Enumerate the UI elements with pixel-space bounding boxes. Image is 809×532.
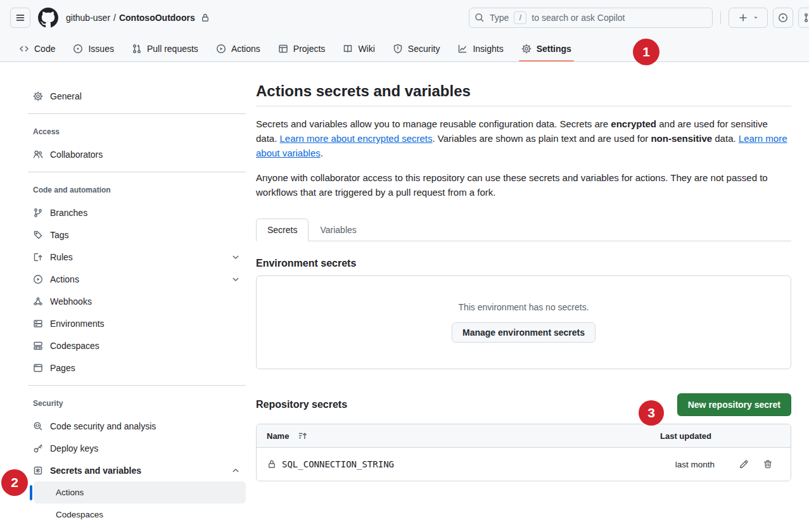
asterisk-box-icon [33,466,43,476]
repo-nav: Code Issues Pull requests Actions Projec… [0,35,809,62]
header-divider [720,11,721,24]
sidebar-item-deploy-keys[interactable]: Deploy keys [28,437,246,459]
page-title: Actions secrets and variables [256,82,791,106]
search-input[interactable]: Type / to search or ask Copilot [469,8,713,28]
tab-code[interactable]: Code [10,35,64,61]
chevron-down-icon [231,274,241,284]
github-repo-settings-page: github-user / ContosoOutdoors Type / to … [0,0,809,532]
pull-requests-dashboard-button[interactable] [798,8,809,28]
sidebar-item-rules[interactable]: Rules [28,246,246,268]
gear-icon [33,91,43,101]
git-pull-request-icon [803,13,809,23]
last-updated-column-header: Last updated [660,431,715,441]
chevron-up-icon [231,466,241,476]
breadcrumb-repo-link[interactable]: ContosoOutdoors [119,13,195,23]
issues-dashboard-button[interactable] [773,8,793,28]
sidebar-item-label: Secrets and variables [50,466,141,476]
table-icon [278,44,288,54]
tab-projects[interactable]: Projects [269,35,334,61]
create-new-button[interactable] [729,8,768,28]
breadcrumb: github-user / ContosoOutdoors [66,13,210,23]
annotation-step-3: 3 [639,400,664,426]
sidebar-subitem-actions[interactable]: Actions [34,481,246,504]
sidebar-subitem-dependabot[interactable]: Dependabot [34,526,246,532]
intro-text: . [321,148,323,158]
sidebar-item-webhooks[interactable]: Webhooks [28,290,246,312]
breadcrumb-owner-link[interactable]: github-user [66,13,110,23]
tab-security[interactable]: Security [384,35,449,61]
learn-more-encrypted-secrets-link[interactable]: Learn more about encrypted secrets [280,133,433,144]
sidebar-subitem-label: Codespaces [56,510,103,519]
sidebar-item-label: Deploy keys [50,443,98,453]
plus-icon [738,13,748,23]
webhook-icon [33,296,43,307]
tab-insights[interactable]: Insights [449,35,512,61]
sidebar-item-label: Rules [50,252,73,262]
sidebar-item-codespaces[interactable]: Codespaces [28,334,246,357]
sidebar-section-access: Access [28,120,246,143]
gear-icon [521,44,532,54]
search-icon [475,13,485,23]
manage-environment-secrets-button[interactable]: Manage environment secrets [452,322,596,343]
server-icon [33,319,43,329]
tab-label: Wiki [358,44,374,54]
sidebar-item-label: Codespaces [50,341,99,351]
tab-issues[interactable]: Issues [64,35,122,61]
graph-icon [457,44,468,54]
intro-bold-non-sensitive: non-sensitive [651,133,712,144]
sidebar-subitem-label: Actions [56,488,84,497]
tab-label: Issues [88,44,113,54]
repository-secrets-heading: Repository secrets [256,399,347,410]
github-mark-icon [38,8,58,28]
sidebar-subitem-codespaces[interactable]: Codespaces [34,504,246,526]
issue-opened-icon [73,44,83,54]
git-pull-request-icon [132,44,142,54]
sidebar-item-branches[interactable]: Branches [28,201,246,224]
people-icon [33,149,43,160]
sidebar-item-collaborators[interactable]: Collaborators [28,143,246,165]
codespaces-icon [33,341,43,351]
sidebar-item-general[interactable]: General [28,85,246,107]
github-logo[interactable] [38,8,58,28]
sort-ascending-icon[interactable] [298,431,308,441]
sidebar-item-environments[interactable]: Environments [28,312,246,334]
sidebar-divider [28,113,246,114]
tab-settings[interactable]: Settings [513,35,580,61]
annotation-step-1: 1 [633,39,659,65]
tab-label: Projects [293,44,326,54]
sidebar-item-pages[interactable]: Pages [28,357,246,379]
trash-icon [763,459,773,469]
sidebar-item-tags[interactable]: Tags [28,224,246,246]
edit-secret-button[interactable] [739,459,749,469]
private-repo-lock-icon [200,13,210,23]
global-header: github-user / ContosoOutdoors Type / to … [0,0,809,35]
sidebar-section-code-and-automation: Code and automation [28,179,246,201]
hamburger-menu-button[interactable] [10,8,30,28]
tab-variables[interactable]: Variables [309,218,367,241]
sidebar-item-actions[interactable]: Actions [28,268,246,290]
delete-secret-button[interactable] [763,459,773,469]
table-row: SQL_CONNECTION_STRING last month [257,448,791,481]
sidebar-item-label: Tags [50,230,69,240]
tab-wiki[interactable]: Wiki [334,35,383,61]
repository-secrets-header: Repository secrets New repository secret [256,393,791,416]
pencil-icon [739,459,749,469]
sidebar-item-code-security[interactable]: Code security and analysis [28,415,246,437]
name-header-label: Name [267,431,289,441]
secret-last-updated: last month [660,460,715,469]
tab-label: Settings [537,44,571,54]
environment-empty-message: This environment has no secrets. [458,302,589,312]
key-icon [33,443,43,453]
intro-text: Secrets and variables allow you to manag… [256,118,611,129]
tab-secrets[interactable]: Secrets [256,218,309,241]
tab-pull-requests[interactable]: Pull requests [123,35,207,61]
environment-secrets-heading: Environment secrets [256,258,791,269]
tab-actions[interactable]: Actions [207,35,269,61]
caret-down-icon [753,15,759,21]
settings-sidebar: General Access Collaborators Code and au… [28,62,246,532]
secrets-variables-tabnav: Secrets Variables [256,218,791,241]
browser-icon [33,363,43,373]
book-icon [343,44,353,54]
sidebar-item-secrets-and-variables[interactable]: Secrets and variables [28,459,246,481]
new-repository-secret-button[interactable]: New repository secret [677,393,791,416]
